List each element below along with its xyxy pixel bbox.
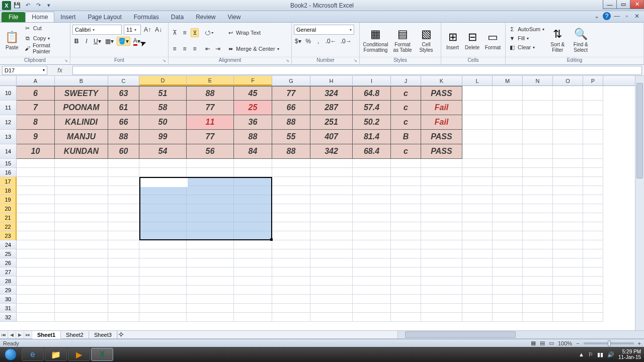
- cell[interactable]: [310, 295, 353, 304]
- tab-home[interactable]: Home: [25, 12, 54, 22]
- cell[interactable]: [353, 286, 391, 295]
- column-header-E[interactable]: E: [187, 76, 234, 85]
- cell[interactable]: [353, 313, 391, 322]
- cell[interactable]: [310, 222, 353, 231]
- cell[interactable]: 88: [234, 130, 272, 144]
- cell[interactable]: [523, 277, 553, 286]
- cell[interactable]: [583, 267, 603, 277]
- cell[interactable]: [187, 222, 234, 231]
- cell[interactable]: 88: [187, 86, 234, 101]
- cell[interactable]: [583, 177, 603, 186]
- format-as-table-button[interactable]: ▤Format as Table: [390, 24, 415, 56]
- row-header[interactable]: 21: [0, 213, 17, 222]
- cell[interactable]: [462, 204, 493, 213]
- zoom-slider[interactable]: [584, 342, 634, 344]
- cell[interactable]: [523, 304, 553, 313]
- cell[interactable]: [421, 313, 462, 322]
- tab-view[interactable]: View: [222, 12, 247, 22]
- column-header-B[interactable]: B: [55, 76, 108, 85]
- vertical-scrollbar[interactable]: [635, 76, 644, 330]
- cell[interactable]: [108, 231, 139, 240]
- cell[interactable]: 11: [187, 115, 234, 130]
- sort-filter-button[interactable]: ⇅Sort & Filter: [546, 24, 569, 56]
- cell[interactable]: [187, 213, 234, 222]
- decrease-font-icon[interactable]: A↓: [154, 25, 163, 34]
- cell[interactable]: [493, 277, 523, 286]
- cell[interactable]: [310, 304, 353, 313]
- bold-button[interactable]: B: [72, 37, 80, 46]
- cell[interactable]: [462, 231, 493, 240]
- column-header-M[interactable]: M: [493, 76, 523, 85]
- cell[interactable]: [462, 267, 493, 277]
- cell[interactable]: [310, 195, 353, 204]
- cell[interactable]: [583, 286, 603, 295]
- cell[interactable]: [55, 313, 108, 322]
- cell[interactable]: [583, 195, 603, 204]
- cell[interactable]: [353, 195, 391, 204]
- tray-volume-icon[interactable]: 🔊: [607, 351, 614, 358]
- cell[interactable]: [421, 304, 462, 313]
- cell[interactable]: [187, 313, 234, 322]
- cell[interactable]: [391, 277, 421, 286]
- cell[interactable]: [55, 304, 108, 313]
- italic-button[interactable]: I: [83, 37, 91, 46]
- cell[interactable]: [55, 204, 108, 213]
- cell[interactable]: [583, 313, 603, 322]
- column-header-D[interactable]: D: [139, 76, 187, 85]
- cell[interactable]: [17, 213, 55, 222]
- cell[interactable]: [139, 304, 187, 313]
- cell[interactable]: KUNDAN: [55, 144, 108, 159]
- cell[interactable]: 77: [272, 86, 310, 101]
- cell[interactable]: [583, 159, 603, 168]
- view-normal-icon[interactable]: ▦: [531, 340, 536, 346]
- row-header[interactable]: 14: [0, 144, 17, 159]
- cell[interactable]: [55, 258, 108, 267]
- cell[interactable]: [139, 295, 187, 304]
- cell[interactable]: [310, 186, 353, 195]
- tray-up-icon[interactable]: ▲: [579, 351, 584, 357]
- font-size-combo[interactable]: 11▾: [124, 25, 141, 35]
- orientation-icon[interactable]: ⭯▾: [204, 28, 215, 37]
- cell[interactable]: 61: [108, 101, 139, 115]
- paste-button[interactable]: 📋 Paste: [2, 24, 22, 56]
- cell[interactable]: [108, 186, 139, 195]
- cell[interactable]: [353, 295, 391, 304]
- cell[interactable]: 342: [310, 144, 353, 159]
- cell[interactable]: [553, 249, 583, 258]
- cell[interactable]: [272, 159, 310, 168]
- cell[interactable]: [462, 240, 493, 249]
- cell[interactable]: [139, 159, 187, 168]
- cell[interactable]: [391, 222, 421, 231]
- tray-network-icon[interactable]: ▮▮: [597, 351, 603, 358]
- cell[interactable]: [523, 231, 553, 240]
- cell[interactable]: 64.8: [353, 86, 391, 101]
- insert-button[interactable]: ⊞Insert: [443, 24, 462, 56]
- cell[interactable]: [553, 204, 583, 213]
- cell[interactable]: [55, 168, 108, 177]
- row-header[interactable]: 23: [0, 231, 17, 240]
- cell[interactable]: [234, 168, 272, 177]
- cell[interactable]: [391, 295, 421, 304]
- cell[interactable]: [553, 222, 583, 231]
- row-header[interactable]: 26: [0, 258, 17, 267]
- cell[interactable]: 55: [272, 130, 310, 144]
- cell[interactable]: [421, 267, 462, 277]
- select-all-corner[interactable]: [0, 76, 17, 85]
- zoom-out-icon[interactable]: −: [576, 340, 579, 346]
- cell[interactable]: 25: [234, 101, 272, 115]
- cell[interactable]: [391, 159, 421, 168]
- cell[interactable]: [187, 277, 234, 286]
- cell[interactable]: 45: [234, 86, 272, 101]
- row-header[interactable]: 24: [0, 240, 17, 249]
- cell[interactable]: PASS: [421, 86, 462, 101]
- sheet-nav-next[interactable]: ▶: [16, 331, 24, 338]
- cell[interactable]: PASS: [421, 130, 462, 144]
- copy-button[interactable]: ⧉Copy▾: [23, 34, 68, 43]
- column-header-K[interactable]: K: [421, 76, 462, 85]
- cell[interactable]: [272, 168, 310, 177]
- cell[interactable]: [272, 277, 310, 286]
- fill-color-button[interactable]: 🪣▾: [117, 37, 130, 46]
- cell[interactable]: [493, 159, 523, 168]
- cell[interactable]: [421, 277, 462, 286]
- row-header[interactable]: 25: [0, 249, 17, 258]
